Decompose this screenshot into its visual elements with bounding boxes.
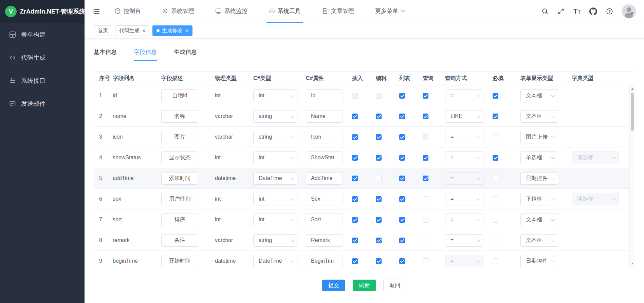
list-checkbox[interactable] bbox=[399, 217, 405, 223]
column-desc-input[interactable] bbox=[161, 131, 198, 143]
display-type-select[interactable]: 文本框 bbox=[520, 110, 558, 123]
query-type-select[interactable]: = bbox=[445, 152, 483, 164]
edit-checkbox[interactable] bbox=[376, 258, 382, 264]
search-icon[interactable] bbox=[541, 8, 549, 15]
user-avatar[interactable] bbox=[622, 4, 636, 18]
csharp-type-select[interactable]: string bbox=[253, 131, 297, 143]
tab-field-info[interactable]: 字段信息 bbox=[134, 48, 157, 61]
column-desc-input[interactable] bbox=[161, 193, 198, 205]
list-checkbox[interactable] bbox=[399, 196, 405, 202]
csharp-type-select[interactable]: int bbox=[253, 193, 297, 205]
display-type-select[interactable]: 文本框 bbox=[520, 214, 558, 226]
nav-item-system-tools[interactable]: 系统工具 bbox=[266, 0, 303, 23]
insert-checkbox[interactable] bbox=[352, 238, 358, 243]
csharp-property-input[interactable] bbox=[306, 89, 343, 102]
scrollbar-thumb[interactable] bbox=[631, 93, 634, 131]
list-checkbox[interactable] bbox=[399, 114, 405, 119]
csharp-property-input[interactable] bbox=[306, 255, 343, 267]
required-checkbox[interactable] bbox=[493, 217, 498, 223]
edit-checkbox[interactable] bbox=[376, 196, 382, 202]
query-checkbox[interactable] bbox=[423, 238, 428, 243]
tag-close-icon[interactable]: × bbox=[142, 28, 145, 34]
required-checkbox[interactable] bbox=[493, 155, 498, 161]
font-size-icon[interactable]: TT bbox=[573, 8, 581, 15]
edit-checkbox[interactable] bbox=[376, 155, 382, 161]
back-button[interactable]: 返回 bbox=[383, 280, 406, 291]
query-type-select[interactable]: = bbox=[445, 234, 483, 247]
display-type-select[interactable]: 日期控件 bbox=[520, 255, 558, 267]
query-checkbox[interactable] bbox=[423, 114, 428, 119]
csharp-property-input[interactable] bbox=[306, 152, 343, 164]
insert-checkbox[interactable] bbox=[352, 176, 358, 181]
insert-checkbox[interactable] bbox=[352, 134, 358, 140]
scroll-up-icon[interactable] bbox=[630, 86, 635, 92]
column-desc-input[interactable] bbox=[161, 152, 198, 164]
column-desc-input[interactable] bbox=[161, 255, 198, 267]
tab-basic-info[interactable]: 基本信息 bbox=[94, 48, 117, 61]
nav-item-system-manage[interactable]: 系统管理 bbox=[160, 0, 196, 23]
insert-checkbox[interactable] bbox=[352, 258, 358, 264]
display-type-select[interactable]: 文本框 bbox=[520, 89, 558, 102]
query-checkbox[interactable] bbox=[423, 258, 428, 264]
query-checkbox[interactable] bbox=[423, 93, 428, 99]
display-type-select[interactable]: 单选框 bbox=[520, 152, 558, 164]
nav-item-more-menu[interactable]: 更多菜单 bbox=[373, 0, 406, 23]
csharp-type-select[interactable]: string bbox=[253, 110, 297, 123]
csharp-type-select[interactable]: DateTime bbox=[253, 172, 297, 185]
required-checkbox[interactable] bbox=[493, 238, 498, 243]
query-type-select[interactable]: LIKE bbox=[445, 110, 483, 123]
nav-item-console[interactable]: 控制台 bbox=[112, 0, 143, 23]
tag-code-gen[interactable]: 代码生成× bbox=[115, 25, 149, 36]
display-type-select[interactable]: 文本框 bbox=[520, 234, 558, 247]
tag-close-icon[interactable]: × bbox=[185, 28, 188, 34]
csharp-property-input[interactable] bbox=[306, 131, 343, 143]
required-checkbox[interactable] bbox=[493, 114, 498, 119]
query-type-select[interactable]: = bbox=[445, 89, 483, 102]
list-checkbox[interactable] bbox=[399, 176, 405, 181]
dict-type-select[interactable]: 请选择 bbox=[572, 152, 619, 164]
query-checkbox[interactable] bbox=[423, 196, 428, 202]
column-desc-input[interactable] bbox=[161, 172, 198, 185]
csharp-type-select[interactable]: string bbox=[253, 234, 297, 247]
query-type-select[interactable]: = bbox=[445, 214, 483, 226]
tag-home[interactable]: 首页 bbox=[94, 25, 112, 36]
edit-checkbox[interactable] bbox=[376, 238, 382, 243]
table-scrollbar[interactable] bbox=[629, 85, 635, 267]
sidebar-item-form-build[interactable]: 表单构建 bbox=[0, 23, 85, 46]
display-type-select[interactable]: 下拉框 bbox=[520, 193, 558, 205]
tab-gen-info[interactable]: 生成信息 bbox=[174, 48, 197, 61]
help-icon[interactable]: ? bbox=[606, 8, 613, 15]
display-type-select[interactable]: 日期控件 bbox=[520, 172, 558, 185]
dict-type-select[interactable]: 请选择 bbox=[572, 193, 619, 205]
display-type-select[interactable]: 图片上传 bbox=[520, 131, 558, 143]
app-logo[interactable]: V ZrAdmin.NET-管理系统 bbox=[0, 0, 85, 23]
submit-button[interactable]: 提交 bbox=[322, 280, 345, 291]
list-checkbox[interactable] bbox=[399, 258, 405, 264]
fullscreen-icon[interactable] bbox=[557, 8, 565, 15]
csharp-property-input[interactable] bbox=[306, 193, 343, 205]
csharp-type-select[interactable]: int bbox=[253, 152, 297, 164]
csharp-type-select[interactable]: int bbox=[253, 89, 297, 102]
required-checkbox[interactable] bbox=[493, 196, 498, 202]
nav-item-article-manage[interactable]: 文章管理 bbox=[320, 0, 356, 23]
tag-gen-edit[interactable]: 生成修改× bbox=[152, 25, 192, 36]
nav-item-system-monitor[interactable]: 系统监控 bbox=[213, 0, 250, 23]
edit-checkbox[interactable] bbox=[376, 114, 382, 119]
collapse-sidebar-icon[interactable] bbox=[92, 8, 100, 15]
insert-checkbox[interactable] bbox=[352, 217, 358, 223]
query-checkbox[interactable] bbox=[423, 217, 428, 223]
column-desc-input[interactable] bbox=[161, 214, 198, 226]
required-checkbox[interactable] bbox=[493, 93, 498, 99]
github-icon[interactable] bbox=[589, 7, 597, 15]
column-desc-input[interactable] bbox=[161, 234, 198, 247]
csharp-type-select[interactable]: DateTime bbox=[253, 255, 297, 267]
csharp-property-input[interactable] bbox=[306, 172, 343, 185]
csharp-property-input[interactable] bbox=[306, 214, 343, 226]
list-checkbox[interactable] bbox=[399, 155, 405, 161]
column-desc-input[interactable] bbox=[161, 89, 198, 102]
scroll-down-icon[interactable] bbox=[630, 261, 635, 266]
query-type-select[interactable]: = bbox=[445, 193, 483, 205]
sidebar-item-send-mail[interactable]: 发送邮件 bbox=[0, 92, 85, 115]
edit-checkbox[interactable] bbox=[376, 176, 382, 181]
sidebar-item-system-api[interactable]: 系统接口 bbox=[0, 69, 85, 92]
